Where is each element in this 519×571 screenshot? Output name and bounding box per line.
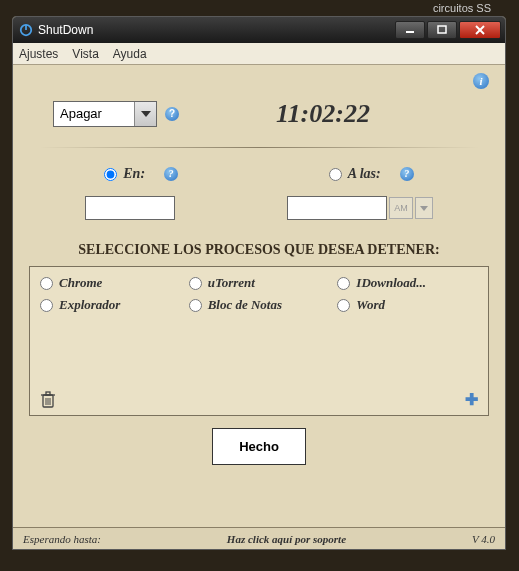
minimize-button[interactable] bbox=[395, 21, 425, 39]
mode-en-label: En: bbox=[123, 166, 145, 182]
help-icon[interactable]: ? bbox=[165, 107, 179, 121]
process-label: Bloc de Notas bbox=[208, 297, 282, 313]
time-input[interactable] bbox=[287, 196, 387, 220]
time-input-group: AM bbox=[287, 196, 433, 220]
process-utorrent[interactable]: uTorrent bbox=[189, 275, 330, 291]
menu-vista[interactable]: Vista bbox=[72, 47, 98, 61]
background-tab-label: circuitos SS bbox=[433, 2, 491, 14]
svg-rect-10 bbox=[46, 392, 50, 395]
close-button[interactable] bbox=[459, 21, 501, 39]
processes-section-title: SELECCIONE LOS PROCESOS QUE DESEA DETENE… bbox=[29, 242, 489, 258]
process-bloc[interactable]: Bloc de Notas bbox=[189, 297, 330, 313]
title-bar[interactable]: ShutDown bbox=[13, 17, 505, 43]
ampm-toggle[interactable]: AM bbox=[389, 197, 413, 219]
add-icon[interactable]: ✚ bbox=[465, 390, 478, 409]
status-left: Esperando hasta: bbox=[23, 533, 101, 545]
processes-box: Chrome uTorrent IDownload... Explorador … bbox=[29, 266, 489, 416]
chevron-down-icon[interactable] bbox=[415, 197, 433, 219]
version-label: V 4.0 bbox=[472, 533, 495, 545]
mode-en[interactable]: En: ? bbox=[104, 166, 178, 182]
process-explorador-radio[interactable] bbox=[40, 299, 53, 312]
app-icon bbox=[19, 23, 33, 37]
menu-bar: Ajustes Vista Ayuda bbox=[13, 43, 505, 65]
mode-alas-label: A las: bbox=[348, 166, 381, 182]
app-window: ShutDown Ajustes Vista Ayuda i Apagar bbox=[12, 16, 506, 550]
action-combo[interactable]: Apagar bbox=[53, 101, 157, 127]
support-link[interactable]: Haz click aquí por soporte bbox=[101, 533, 472, 545]
process-label: Chrome bbox=[59, 275, 102, 291]
svg-rect-3 bbox=[438, 26, 446, 33]
duration-input[interactable] bbox=[85, 196, 175, 220]
divider bbox=[39, 147, 479, 148]
maximize-button[interactable] bbox=[427, 21, 457, 39]
process-label: IDownload... bbox=[356, 275, 426, 291]
process-label: Explorador bbox=[59, 297, 120, 313]
process-bloc-radio[interactable] bbox=[189, 299, 202, 312]
process-idownload-radio[interactable] bbox=[337, 277, 350, 290]
process-explorador[interactable]: Explorador bbox=[40, 297, 181, 313]
clock-display: 11:02:22 bbox=[187, 99, 489, 129]
status-bar: Esperando hasta: Haz click aquí por sopo… bbox=[13, 527, 505, 549]
process-utorrent-radio[interactable] bbox=[189, 277, 202, 290]
content-area: i Apagar ? 11:02:22 En: ? A las: ? bbox=[13, 65, 505, 527]
menu-ajustes[interactable]: Ajustes bbox=[19, 47, 58, 61]
action-combo-value: Apagar bbox=[54, 102, 134, 126]
window-controls bbox=[395, 21, 501, 39]
process-word[interactable]: Word bbox=[337, 297, 478, 313]
mode-alas[interactable]: A las: ? bbox=[329, 166, 414, 182]
process-chrome-radio[interactable] bbox=[40, 277, 53, 290]
process-word-radio[interactable] bbox=[337, 299, 350, 312]
process-label: uTorrent bbox=[208, 275, 255, 291]
chevron-down-icon[interactable] bbox=[134, 102, 156, 126]
process-label: Word bbox=[356, 297, 385, 313]
mode-alas-radio[interactable] bbox=[329, 168, 342, 181]
trash-icon[interactable] bbox=[40, 391, 56, 409]
info-icon[interactable]: i bbox=[473, 73, 489, 89]
window-title: ShutDown bbox=[38, 23, 395, 37]
svg-marker-6 bbox=[141, 111, 151, 117]
help-icon[interactable]: ? bbox=[400, 167, 414, 181]
svg-marker-7 bbox=[420, 206, 428, 211]
mode-en-radio[interactable] bbox=[104, 168, 117, 181]
done-button[interactable]: Hecho bbox=[212, 428, 306, 465]
process-chrome[interactable]: Chrome bbox=[40, 275, 181, 291]
process-idownload[interactable]: IDownload... bbox=[337, 275, 478, 291]
menu-ayuda[interactable]: Ayuda bbox=[113, 47, 147, 61]
help-icon[interactable]: ? bbox=[164, 167, 178, 181]
